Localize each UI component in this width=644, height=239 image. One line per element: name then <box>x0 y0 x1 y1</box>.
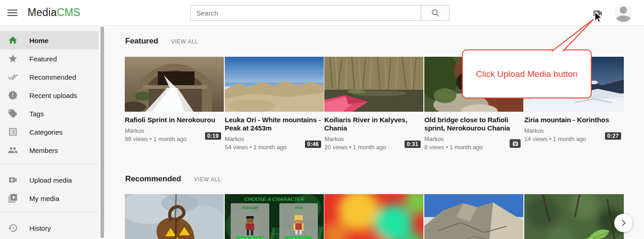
video-library-icon <box>8 193 18 203</box>
thumbnail-koiliaris-river[interactable] <box>324 57 423 112</box>
thumbnail-green-leaves[interactable] <box>524 194 624 239</box>
search-button[interactable] <box>421 5 450 21</box>
thumbnail-white-mountains[interactable] <box>225 57 324 112</box>
game-heading-text: CHOOSE A CHARACTER <box>244 196 305 202</box>
media-card: HUNT CHOOSE A CHARACTER KWAME YAA <box>225 194 324 239</box>
thumbnail-rocky-mountain[interactable] <box>424 194 523 239</box>
recommended-view-all-link[interactable]: VIEW ALL <box>194 176 222 183</box>
section-title: Recommended <box>125 174 181 184</box>
game-character-name-right: YAA <box>294 206 303 210</box>
sidebar-item-label: History <box>29 224 51 232</box>
thumbnail-image <box>424 194 523 239</box>
sidebar-item-history[interactable]: History <box>0 219 99 237</box>
person-icon <box>614 4 633 22</box>
featured-section-header: Featured VIEW ALL <box>125 37 198 46</box>
thumbnail-image <box>225 57 324 112</box>
logo-cms: CMS <box>57 6 81 18</box>
media-card: 0:46 Leuka Ori - White mountains - Peak … <box>225 57 324 151</box>
sidebar-item-label: Members <box>29 147 58 154</box>
home-icon <box>8 35 18 45</box>
top-bar: MediaCMS <box>0 0 644 26</box>
thumbnail-image <box>324 57 423 112</box>
media-card <box>324 194 423 239</box>
sidebar-item-my-media[interactable]: My media <box>0 189 99 207</box>
media-title[interactable]: Rafioli Sprint in Nerokourou <box>125 116 224 124</box>
sidebar-item-tags[interactable]: Tags <box>0 104 99 123</box>
upload-media-button[interactable] <box>592 8 603 19</box>
game-character-name-left: KWAME <box>242 206 258 210</box>
video-upload-icon <box>592 8 603 19</box>
sidebar-divider <box>0 164 100 164</box>
thumbnail-image <box>324 194 423 239</box>
media-author[interactable]: Markos <box>424 136 523 142</box>
media-card <box>424 194 523 239</box>
new-releases-icon <box>8 90 18 100</box>
sidebar-item-label: My media <box>29 195 59 202</box>
thumbnail-image: HUNT CHOOSE A CHARACTER KWAME YAA <box>225 194 324 239</box>
annotation-callout: Click Upload Media button <box>462 49 592 98</box>
sidebar-item-categories[interactable]: Categories <box>0 123 99 141</box>
thumbnail-colorful-abstract[interactable] <box>324 194 423 239</box>
media-meta: 8 views • 1 month ago <box>424 144 523 151</box>
menu-icon[interactable] <box>7 8 17 18</box>
sidebar-item-upload-media[interactable]: Upload media <box>0 171 99 189</box>
user-avatar[interactable] <box>614 4 633 22</box>
section-title: Featured <box>125 37 158 46</box>
media-card: 0:31 Koiliaris River in Kalyves, Chania … <box>324 57 423 151</box>
thumbnail-image <box>524 194 624 239</box>
thumbnail-image <box>125 194 224 239</box>
carousel-next-button[interactable] <box>614 214 633 232</box>
sidebar-divider <box>0 212 100 212</box>
media-title[interactable]: Koiliaris River in Kalyves, Chania <box>324 116 423 132</box>
sidebar-item-label: Featured <box>29 55 57 63</box>
sidebar-item-featured[interactable]: Featured <box>0 49 99 68</box>
media-title[interactable]: Ziria mountain - Korinthos <box>524 116 624 124</box>
duration-badge: 0:31 <box>405 141 421 148</box>
members-icon <box>8 145 18 155</box>
search-bar <box>190 5 450 21</box>
camera-icon <box>512 141 518 147</box>
media-title[interactable]: Leuka Ori - White mountains - Peak at 24… <box>225 116 324 132</box>
thumbnail-pumpkin-cartoon[interactable] <box>125 194 224 239</box>
image-type-badge <box>510 139 521 148</box>
media-card: 0:19 Rafioli Sprint in Nerokourou Markos… <box>125 57 224 142</box>
chevron-right-icon <box>618 218 628 228</box>
scrollbar-thumb[interactable] <box>100 27 104 238</box>
thumbnail-game-character-select[interactable]: HUNT CHOOSE A CHARACTER KWAME YAA <box>225 194 324 239</box>
media-card <box>524 194 624 239</box>
sidebar-item-label: Recommended <box>29 73 76 81</box>
annotation-text: Click Upload Media button <box>476 69 578 79</box>
sidebar-item-home[interactable]: Home <box>0 31 99 49</box>
tag-icon <box>8 109 18 119</box>
media-title[interactable]: Old bridge close to Rafioli sprint, Nero… <box>424 116 523 132</box>
sidebar-item-label: Recent uploads <box>29 92 77 99</box>
duration-badge: 0:27 <box>605 132 621 140</box>
history-icon <box>8 223 18 233</box>
sidebar-item-label: Tags <box>29 110 44 118</box>
done-all-icon <box>8 72 18 82</box>
duration-badge: 0:19 <box>205 132 221 140</box>
sidebar-item-label: Upload media <box>29 176 72 184</box>
sidebar: Home Featured Recommended Recent uploads… <box>0 26 100 239</box>
duration-badge: 0:46 <box>305 141 321 148</box>
thumbnail-fountain-waterfall[interactable] <box>125 57 224 112</box>
sidebar-item-recent-uploads[interactable]: Recent uploads <box>0 86 99 104</box>
sidebar-item-members[interactable]: Members <box>0 141 99 159</box>
search-icon <box>431 8 440 17</box>
mediacms-app: MediaCMS Home Featured <box>0 0 644 239</box>
video-call-icon <box>8 175 18 185</box>
sidebar-scrollbar[interactable] <box>100 26 105 239</box>
sidebar-item-recommended[interactable]: Recommended <box>0 68 99 86</box>
featured-view-all-link[interactable]: VIEW ALL <box>171 38 199 45</box>
logo-media: Media <box>28 6 57 18</box>
search-input[interactable] <box>190 5 421 21</box>
app-logo[interactable]: MediaCMS <box>28 6 80 19</box>
thumbnail-image <box>125 57 224 112</box>
sidebar-item-label: Categories <box>29 128 63 136</box>
sidebar-item-label: Home <box>29 37 49 44</box>
media-card <box>125 194 224 239</box>
categories-icon <box>8 127 18 137</box>
star-icon <box>8 54 18 64</box>
recommended-section-header: Recommended VIEW ALL <box>125 174 221 184</box>
